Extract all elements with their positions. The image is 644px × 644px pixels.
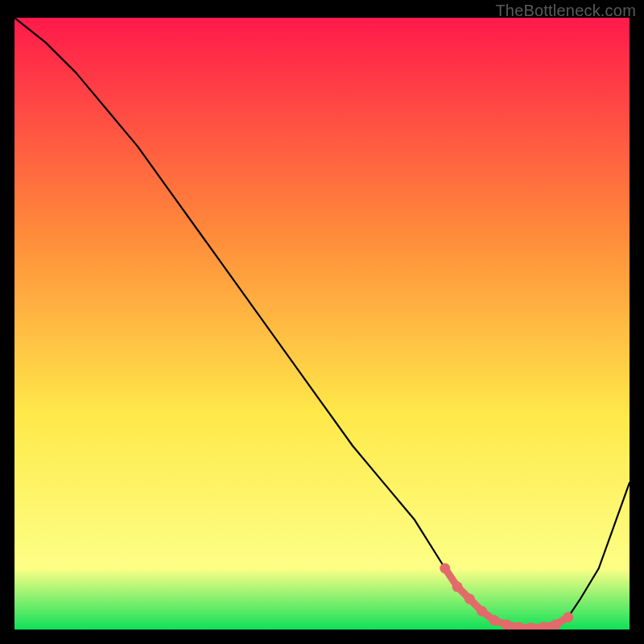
sweet-spot-dot [440,564,450,574]
plot-area [14,18,630,630]
sweet-spot-dot [563,612,573,622]
chart-stage: TheBottleneck.com [0,0,644,644]
sweet-spot-dot [502,619,512,630]
sweet-spot-dot [452,581,463,592]
sweet-spot-dot [477,606,487,617]
sweet-spot-dot [464,594,475,605]
sweet-spot-dot [489,615,499,625]
bottleneck-chart [14,18,630,630]
sweet-spot-dot [551,619,561,630]
